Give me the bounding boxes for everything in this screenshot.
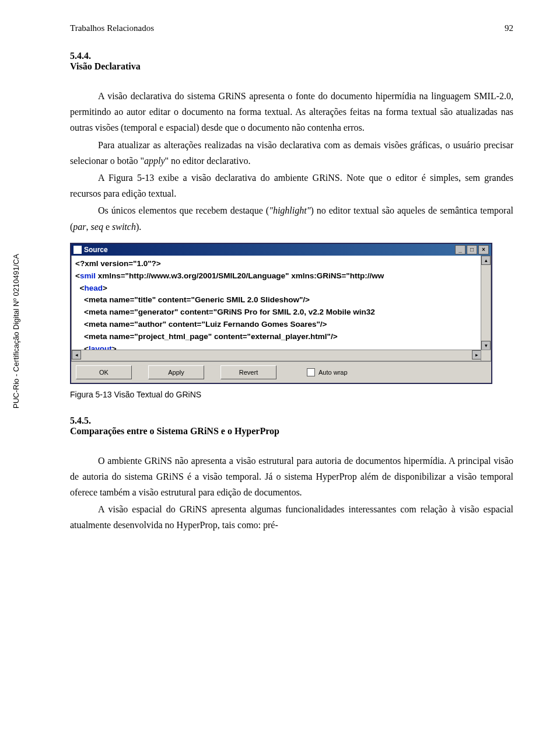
emphasis: apply bbox=[144, 156, 165, 166]
code-editor[interactable]: <?xml version="1.0"?> <smil xmlns="http:… bbox=[72, 256, 491, 361]
paragraph-text: ). bbox=[136, 222, 141, 232]
paragraph: Para atualizar as alterações realizadas … bbox=[70, 137, 513, 169]
emphasis: "highlight" bbox=[269, 205, 310, 215]
page-number: 92 bbox=[505, 23, 513, 33]
source-window: Source _ □ × <?xml version="1.0"?> <smil… bbox=[70, 243, 492, 384]
document-icon bbox=[74, 246, 82, 254]
section-number-545: 5.4.5. bbox=[70, 416, 513, 426]
vertical-scrollbar[interactable]: ▴ ▾ bbox=[481, 256, 491, 350]
paragraph-text: Para atualizar as alterações realizadas … bbox=[70, 140, 513, 166]
paragraph-text: " no editor declarativo. bbox=[164, 156, 250, 166]
checkbox-icon[interactable] bbox=[307, 368, 315, 376]
scroll-right-button[interactable]: ▸ bbox=[472, 350, 481, 359]
paragraph-text: e bbox=[103, 222, 112, 232]
paragraph: Os únicos elementos que recebem destaque… bbox=[70, 203, 513, 234]
paragraph: A Figura 5-13 exibe a visão declarativa … bbox=[70, 170, 513, 201]
minimize-button[interactable]: _ bbox=[455, 245, 466, 254]
window-titlebar[interactable]: Source _ □ × bbox=[71, 244, 491, 256]
figure-513: Source _ □ × <?xml version="1.0"?> <smil… bbox=[70, 243, 513, 399]
close-button[interactable]: × bbox=[478, 245, 489, 254]
emphasis: seq bbox=[91, 222, 103, 232]
paragraph: A visão espacial do GRiNS apresenta algu… bbox=[70, 501, 513, 533]
section-number-544: 5.4.4. bbox=[70, 51, 513, 61]
paragraph: O ambiente GRiNS não apresenta a visão e… bbox=[70, 453, 513, 501]
scroll-left-button[interactable]: ◂ bbox=[72, 350, 81, 359]
horizontal-scrollbar[interactable]: ◂ ▸ bbox=[72, 350, 481, 361]
autowrap-checkbox-group[interactable]: Auto wrap bbox=[307, 368, 348, 376]
paragraph-text: , bbox=[86, 222, 91, 232]
window-title: Source bbox=[84, 246, 108, 254]
running-title: Trabalhos Relacionados bbox=[70, 23, 154, 33]
emphasis: switch bbox=[112, 222, 136, 232]
paragraph: A visão declarativa do sistema GRiNS apr… bbox=[70, 88, 513, 136]
button-bar: OK Apply Revert Auto wrap bbox=[71, 361, 491, 383]
apply-button[interactable]: Apply bbox=[148, 365, 204, 379]
section-title-545: Comparações entre o Sistema GRiNS e o Hy… bbox=[70, 426, 513, 437]
emphasis: par bbox=[73, 222, 86, 232]
scroll-corner bbox=[481, 350, 491, 361]
revert-button[interactable]: Revert bbox=[220, 365, 276, 379]
autowrap-label: Auto wrap bbox=[318, 369, 348, 376]
ok-button[interactable]: OK bbox=[76, 365, 132, 379]
section-title-544: Visão Declarativa bbox=[70, 61, 513, 72]
editor-area: <?xml version="1.0"?> <smil xmlns="http:… bbox=[71, 256, 491, 361]
maximize-button[interactable]: □ bbox=[467, 245, 477, 254]
paragraph-text: Os únicos elementos que recebem destaque… bbox=[98, 205, 269, 215]
scroll-down-button[interactable]: ▾ bbox=[481, 341, 491, 350]
vertical-certification-label: PUC-Rio - Certificação Digital Nº 021049… bbox=[12, 254, 20, 409]
scroll-up-button[interactable]: ▴ bbox=[481, 256, 491, 265]
running-header: Trabalhos Relacionados 92 bbox=[70, 23, 513, 33]
figure-caption: Figura 5-13 Visão Textual do GRiNS bbox=[70, 390, 513, 399]
